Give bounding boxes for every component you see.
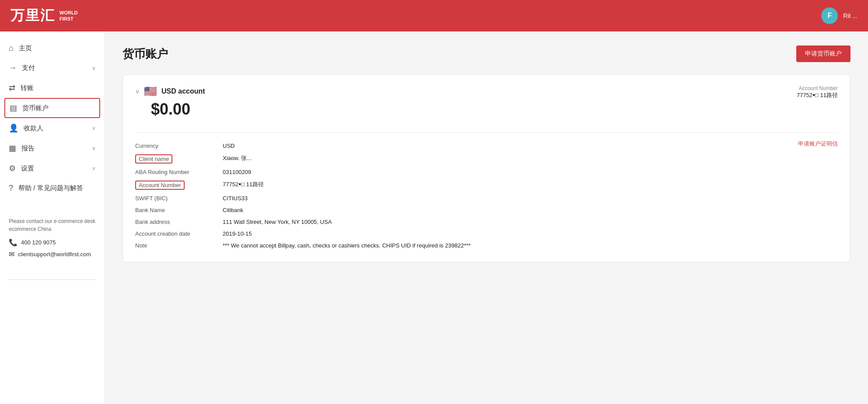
bank-address-row: Bank address 111 Wall Street, New York, … xyxy=(135,216,789,228)
details-table: Currency USD Client name Xiaow. 张... ABA… xyxy=(135,140,789,251)
footer-contact-text: Please contact our e-commerce desk ecomm… xyxy=(9,217,96,233)
client-name-highlight-box: Client name xyxy=(135,154,172,164)
account-number-top-value: 77752ꔷ□ 11路径 xyxy=(797,91,838,99)
page-title: 货币账户 xyxy=(122,46,168,62)
account-number-highlight-box: Account Number xyxy=(135,181,185,190)
sidebar-item-settings[interactable]: ⚙ 设置 ∨ xyxy=(0,158,105,178)
details-area: Currency USD Client name Xiaow. 张... ABA… xyxy=(135,140,838,251)
aba-value: 031100209 xyxy=(223,169,789,175)
currency-account-icon: ▤ xyxy=(10,103,17,113)
account-type: USD account xyxy=(161,87,205,95)
currency-row: Currency USD xyxy=(135,140,789,152)
sidebar-item-payee[interactable]: 👤 收款人 ∨ xyxy=(0,118,105,138)
logo-area: 万里汇 WORLD FIRST xyxy=(10,6,78,25)
swift-row: SWIFT (BIC) CITIUS33 xyxy=(135,192,789,204)
phone-icon: 📞 xyxy=(9,238,18,247)
account-number-label: Account Number xyxy=(135,181,223,190)
account-number-top: Account Number 77752ꔷ□ 11路径 xyxy=(797,85,838,99)
sidebar-item-currency-account[interactable]: ▤ 货币账户 xyxy=(4,98,100,118)
note-row: Note *** We cannot accept Billpay, cash,… xyxy=(135,240,789,251)
sidebar-divider xyxy=(9,279,96,280)
aba-row: ABA Routing Number 031100209 xyxy=(135,166,789,178)
sidebar-item-label: 报告 xyxy=(21,144,92,153)
username: Rit ... xyxy=(843,12,858,19)
account-card: ∨ 🇺🇸 USD account $0.00 Account Number 77… xyxy=(122,74,850,262)
sidebar-item-label: 货币账户 xyxy=(22,104,95,112)
settings-icon: ⚙ xyxy=(9,164,16,173)
chevron-down-icon: ∨ xyxy=(92,65,96,71)
help-icon: ? xyxy=(9,184,13,193)
swift-value: CITIUS33 xyxy=(223,195,789,202)
avatar: F xyxy=(821,7,838,24)
account-header: ∨ 🇺🇸 USD account xyxy=(135,85,797,98)
sidebar-item-help[interactable]: ? 帮助 / 常见问题与解答 xyxy=(0,178,105,198)
apply-currency-account-button[interactable]: 申请货币账户 xyxy=(796,45,850,62)
sidebar-footer: Please contact our e-commerce desk ecomm… xyxy=(0,207,105,272)
chevron-down-icon: ∨ xyxy=(92,145,96,151)
header: 万里汇 WORLD FIRST F Rit ... xyxy=(0,0,868,31)
account-top-row: ∨ 🇺🇸 USD account $0.00 Account Number 77… xyxy=(135,85,838,125)
sidebar-item-label: 主页 xyxy=(19,44,96,52)
layout: ⌂ 主页 → 支付 ∨ ⇄ 转账 ▤ 货币账户 👤 收款人 ∨ ▦ 报告 ∨ ⚙ xyxy=(0,31,868,404)
phone-contact: 📞 400 120 9075 xyxy=(9,238,96,247)
account-number-row: Account Number 77752ꔷ□ 11路径 xyxy=(135,178,789,192)
sidebar-item-label: 支付 xyxy=(22,64,92,72)
currency-label: Currency xyxy=(135,143,223,149)
note-label: Note xyxy=(135,242,223,249)
account-balance-section: ∨ 🇺🇸 USD account $0.00 xyxy=(135,85,797,125)
account-number-value: 77752ꔷ□ 11路径 xyxy=(223,181,789,190)
account-divider xyxy=(135,132,838,133)
swift-label: SWIFT (BIC) xyxy=(135,195,223,202)
sidebar-item-report[interactable]: ▦ 报告 ∨ xyxy=(0,138,105,158)
bank-name-value: Citibank xyxy=(223,207,789,213)
logo-english: WORLD FIRST xyxy=(60,10,78,22)
email-icon: ✉ xyxy=(9,250,14,258)
usd-flag-icon: 🇺🇸 xyxy=(144,85,157,98)
phone-number: 400 120 9075 xyxy=(21,239,56,246)
sidebar-item-home[interactable]: ⌂ 主页 xyxy=(0,38,105,58)
home-icon: ⌂ xyxy=(9,44,14,53)
client-name-row: Client name Xiaow. 张... xyxy=(135,152,789,166)
chevron-down-icon: ∨ xyxy=(92,125,96,131)
main-content: 货币账户 申请货币账户 ∨ 🇺🇸 USD account $0.00 Accou… xyxy=(105,31,868,404)
note-value: *** We cannot accept Billpay, cash, chec… xyxy=(223,242,789,249)
sidebar-item-label: 收款人 xyxy=(24,124,92,132)
sidebar-item-label: 帮助 / 常见问题与解答 xyxy=(18,184,96,192)
bank-name-row: Bank Name Citibank xyxy=(135,204,789,216)
bank-address-label: Bank address xyxy=(135,219,223,225)
sidebar-item-transfer[interactable]: ⇄ 转账 xyxy=(0,78,105,98)
transfer-icon: ⇄ xyxy=(9,83,15,93)
logo-chinese: 万里汇 xyxy=(10,6,55,25)
statement-link[interactable]: 申请账户证明信 xyxy=(798,140,838,148)
bank-address-value: 111 Wall Street, New York, NY 10005, USA xyxy=(223,219,789,225)
sidebar: ⌂ 主页 → 支付 ∨ ⇄ 转账 ▤ 货币账户 👤 收款人 ∨ ▦ 报告 ∨ ⚙ xyxy=(0,31,105,404)
bank-name-label: Bank Name xyxy=(135,207,223,213)
account-balance: $0.00 xyxy=(151,100,797,118)
creation-date-value: 2019-10-15 xyxy=(223,230,789,237)
report-icon: ▦ xyxy=(9,143,16,153)
chevron-down-icon[interactable]: ∨ xyxy=(135,88,140,95)
sidebar-item-payment[interactable]: → 支付 ∨ xyxy=(0,58,105,78)
payee-icon: 👤 xyxy=(9,123,18,133)
currency-value: USD xyxy=(223,143,789,149)
email-contact: ✉ clientsupport@worldfirst.com xyxy=(9,250,96,258)
client-name-value: Xiaow. 张... xyxy=(223,154,789,164)
account-number-top-label: Account Number xyxy=(797,85,838,91)
aba-label: ABA Routing Number xyxy=(135,169,223,175)
sidebar-item-label: 转账 xyxy=(21,84,96,92)
client-name-label: Client name xyxy=(135,154,223,164)
chevron-down-icon: ∨ xyxy=(92,165,96,171)
sidebar-item-label: 设置 xyxy=(21,164,92,173)
creation-date-row: Account creation date 2019-10-15 xyxy=(135,228,789,240)
creation-date-label: Account creation date xyxy=(135,230,223,237)
header-right: F Rit ... xyxy=(821,7,858,24)
payment-icon: → xyxy=(9,63,17,73)
page-header: 货币账户 申请货币账户 xyxy=(122,45,850,62)
email-address: clientsupport@worldfirst.com xyxy=(18,251,91,258)
